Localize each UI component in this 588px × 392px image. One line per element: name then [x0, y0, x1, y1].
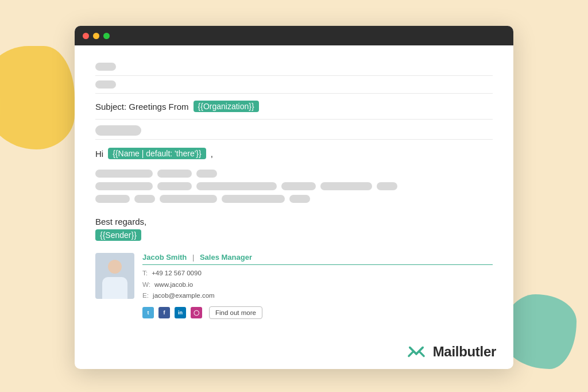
signature-details: T: +49 12 567 0090 W: www.jacob.io E: ja… — [142, 268, 493, 302]
find-out-more-button[interactable]: Find out more — [209, 306, 262, 319]
pill — [157, 182, 192, 190]
send-button-row — [95, 120, 493, 140]
body-pills-line-1 — [95, 170, 493, 178]
signature-footer: t f in ◯ Find out more — [142, 306, 493, 319]
pill — [196, 170, 217, 178]
pill — [160, 195, 217, 203]
sig-separator: | — [190, 253, 196, 262]
name-tag: {{Name | default: 'there'}} — [108, 148, 206, 159]
signature-email: jacob@example.com — [153, 292, 215, 299]
signature-phone-row: T: +49 12 567 0090 — [142, 268, 493, 279]
signature-email-row: E: jacob@example.com — [142, 290, 493, 302]
send-pill — [95, 125, 141, 136]
pill — [196, 182, 277, 190]
window-dot-red[interactable] — [83, 33, 89, 39]
avatar-body — [102, 277, 127, 299]
email-signature: Jacob Smith | Sales Manager T: +49 12 56… — [95, 248, 493, 319]
instagram-icon[interactable]: ◯ — [191, 307, 202, 318]
email-content: Subject: Greetings From {{Organization}}… — [75, 45, 513, 330]
hi-comma: , — [211, 149, 213, 159]
browser-titlebar — [75, 26, 513, 45]
avatar-head — [108, 260, 122, 274]
best-regards-text: Best regards, — [95, 211, 493, 230]
pill — [320, 182, 372, 190]
twitter-icon[interactable]: t — [142, 307, 154, 318]
mailbutler-logo: Mailbutler — [405, 343, 496, 360]
sender-tag: {{Sender}} — [95, 229, 141, 241]
pill — [281, 182, 316, 190]
signature-title: Sales Manager — [200, 253, 252, 262]
signature-website: www.jacob.io — [154, 281, 193, 288]
organization-tag: {{Organization}} — [194, 101, 259, 112]
body-pills-line-2 — [95, 182, 493, 190]
pill — [157, 170, 192, 178]
browser-window: Subject: Greetings From {{Organization}}… — [75, 26, 513, 369]
facebook-icon[interactable]: f — [158, 307, 170, 318]
email-row-2 — [95, 76, 493, 94]
body-pills-line-3 — [95, 195, 493, 203]
pill — [134, 195, 155, 203]
hi-text: Hi — [95, 149, 103, 159]
signature-name-title: Jacob Smith | Sales Manager — [142, 253, 493, 265]
email-subject-row: Subject: Greetings From {{Organization}} — [95, 94, 493, 120]
body-pills-area — [95, 165, 493, 211]
signature-phone: +49 12 567 0090 — [152, 270, 202, 276]
pill — [95, 182, 153, 190]
mailbutler-logo-text: Mailbutler — [433, 344, 496, 360]
placeholder-pill-2 — [95, 80, 116, 89]
pill — [289, 195, 310, 203]
sender-tag-area: {{Sender}} — [95, 230, 493, 240]
mailbutler-logo-icon — [405, 343, 427, 360]
signature-name: Jacob Smith — [142, 253, 187, 262]
signature-avatar — [95, 253, 134, 299]
email-hi-row: Hi {{Name | default: 'there'}} , — [95, 140, 493, 165]
email-row-1 — [95, 58, 493, 76]
pill — [95, 195, 130, 203]
linkedin-icon[interactable]: in — [175, 307, 186, 318]
pill — [95, 170, 153, 178]
phone-label: T: — [142, 270, 148, 276]
signature-info-block: Jacob Smith | Sales Manager T: +49 12 56… — [142, 253, 493, 319]
pill — [377, 182, 397, 190]
pill — [222, 195, 285, 203]
window-dot-yellow[interactable] — [93, 33, 99, 39]
placeholder-pill — [95, 63, 116, 71]
email-label: E: — [142, 292, 149, 299]
window-dot-green[interactable] — [103, 33, 110, 39]
signature-website-row: W: www.jacob.io — [142, 279, 493, 291]
decorative-blob-left — [0, 46, 75, 149]
website-label: W: — [142, 281, 150, 288]
subject-prefix: Subject: Greetings From — [95, 102, 189, 112]
